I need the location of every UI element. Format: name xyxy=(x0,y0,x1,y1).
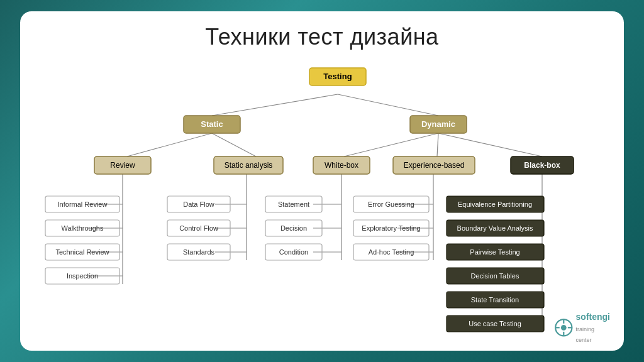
label-whitebox: White-box xyxy=(325,161,358,170)
label-control-flow: Control Flow xyxy=(179,224,218,232)
label-informal-review: Informal Review xyxy=(58,200,108,208)
svg-line-3 xyxy=(212,133,256,156)
svg-point-32 xyxy=(561,325,567,331)
label-testing: Testing xyxy=(323,72,352,81)
diagram-area: Testing Static Dynamic Review Static ana… xyxy=(39,58,605,343)
label-experience: Experience-based xyxy=(404,161,465,170)
label-walkthroughs: Walkthroughs xyxy=(62,224,104,232)
label-use-case: Use case Testing xyxy=(469,320,521,327)
svg-line-5 xyxy=(437,133,438,156)
label-data-flow: Data Flow xyxy=(183,200,214,208)
slide-container: Техники тест дизайна xyxy=(20,11,624,351)
label-dynamic: Dynamic xyxy=(421,119,455,129)
label-static-analysis: Static analysis xyxy=(225,161,273,170)
diagram-svg: Testing Static Dynamic Review Static ana… xyxy=(39,58,605,343)
label-state-transition: State Transition xyxy=(471,296,519,304)
label-boundary: Boundary Value Analysis xyxy=(457,224,533,232)
label-review: Review xyxy=(110,161,135,170)
logo-icon xyxy=(554,318,574,337)
logo-subtitle: training center xyxy=(576,326,595,344)
logo-area: softengi training center xyxy=(554,311,610,344)
label-standards: Standards xyxy=(183,248,215,256)
label-exploratory: Exploratory Testing xyxy=(362,224,420,232)
label-decision: Decision xyxy=(280,224,307,232)
label-blackbox: Black-box xyxy=(524,161,560,170)
label-pairwise: Pairwise Testing xyxy=(470,248,519,256)
svg-line-2 xyxy=(127,133,212,156)
label-static: Static xyxy=(201,119,223,129)
svg-line-1 xyxy=(338,94,438,116)
label-statement: Statement xyxy=(278,200,309,208)
svg-line-4 xyxy=(344,133,438,156)
svg-line-0 xyxy=(212,94,338,116)
label-decision-tables: Decision Tables xyxy=(471,272,519,280)
label-error-guessing: Error Guessing xyxy=(368,200,414,208)
label-adhoc: Ad-hoc Testing xyxy=(369,248,414,256)
svg-line-6 xyxy=(438,133,542,156)
label-inspection: Inspection xyxy=(67,272,98,280)
logo-text: softengi training center xyxy=(576,311,610,344)
label-condition: Condition xyxy=(279,248,308,256)
label-equivalence: Equivalence Partitioning xyxy=(458,200,532,208)
logo-name: softengi xyxy=(576,312,610,322)
slide-title: Техники тест дизайна xyxy=(205,24,438,50)
label-technical-review: Technical Review xyxy=(56,248,109,256)
